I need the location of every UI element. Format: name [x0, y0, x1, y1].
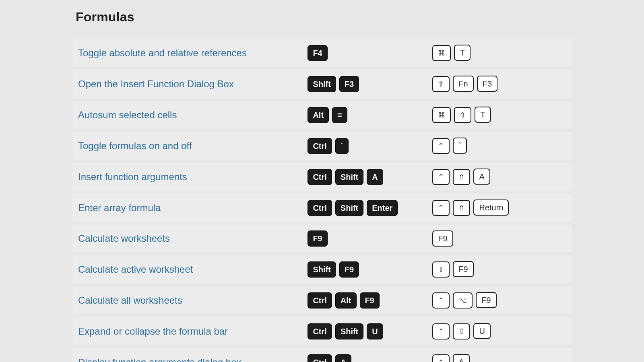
mac-shortcut-cell: ⌘T	[427, 39, 572, 67]
shortcut-link[interactable]: Autosum selected cells	[78, 109, 177, 120]
key-: ⇧	[432, 261, 450, 278]
key-ctrl: Ctrl	[308, 169, 332, 185]
key-: ⇧	[453, 169, 470, 185]
key-f3: F3	[339, 76, 359, 92]
shortcut-row: Enter array formulaCtrlShiftEnter⌃⇧Retur…	[72, 194, 572, 222]
shortcut-row: Calculate worksheetsF9F9	[72, 225, 572, 252]
key-: ⌃	[432, 169, 450, 185]
key-ctrl: Ctrl	[308, 292, 332, 309]
windows-shortcut-cell: ShiftF3	[302, 70, 427, 98]
windows-shortcut-cell: CtrlShiftEnter	[302, 194, 427, 222]
page: Formulas Toggle absolute and relative re…	[0, 0, 644, 362]
shortcut-row: Autosum selected cellsAlt=⌘⇧T	[72, 101, 572, 129]
shortcut-link[interactable]: Calculate all worksheets	[78, 295, 182, 306]
key-: ⌥	[453, 292, 473, 309]
key-ctrl: Ctrl	[308, 200, 332, 216]
key-a: A	[473, 169, 490, 185]
mac-shortcut-cell: ⌃⇧A	[427, 163, 572, 191]
windows-shortcut-cell: F4	[302, 39, 427, 67]
key-alt: Alt	[335, 292, 357, 309]
key-: ⌃	[432, 292, 450, 309]
windows-shortcut-cell: F9	[302, 225, 427, 252]
shortcut-link[interactable]: Expand or collapse the formula bar	[78, 326, 228, 337]
windows-shortcut-cell: Ctrl`	[302, 132, 427, 160]
key-alt: Alt	[308, 107, 329, 123]
key-a: A	[335, 354, 351, 362]
key-f9: F9	[432, 230, 453, 247]
key-u: U	[473, 323, 490, 339]
key-shift: Shift	[335, 169, 363, 185]
shortcut-table: Toggle absolute and relative referencesF…	[72, 36, 572, 362]
windows-shortcut-cell: Alt=	[302, 101, 427, 129]
shortcut-link[interactable]: Calculate worksheets	[78, 233, 170, 244]
key-a: A	[367, 169, 383, 185]
shortcut-description-cell: Calculate all worksheets	[72, 286, 302, 314]
key-: ⌃	[432, 323, 450, 339]
windows-shortcut-cell: ShiftF9	[302, 255, 427, 283]
key-: `	[335, 138, 349, 154]
section-title: Formulas	[76, 10, 572, 25]
key-: `	[453, 138, 467, 154]
key-shift: Shift	[308, 261, 336, 278]
mac-shortcut-cell: ⌃`	[427, 132, 572, 160]
shortcut-description-cell: Insert function arguments	[72, 163, 302, 191]
key-f9: F9	[453, 261, 473, 277]
mac-shortcut-cell: ⌃⇧U	[427, 317, 572, 345]
shortcut-description-cell: Calculate worksheets	[72, 225, 302, 252]
key-u: U	[367, 323, 383, 339]
shortcut-link[interactable]: Insert function arguments	[78, 171, 187, 182]
shortcut-row: Toggle absolute and relative referencesF…	[72, 39, 572, 67]
shortcut-row: Calculate active worksheetShiftF9⇧F9	[72, 255, 572, 283]
shortcut-link[interactable]: Calculate active worksheet	[78, 264, 193, 275]
shortcut-description-cell: Autosum selected cells	[72, 101, 302, 129]
mac-shortcut-cell: ⌃⇧Return	[427, 194, 572, 222]
key-f9: F9	[360, 292, 380, 309]
shortcut-description-cell: Open the Insert Function Dialog Box	[72, 70, 302, 98]
key-f4: F4	[308, 45, 327, 61]
key-: ⇧	[453, 323, 470, 339]
shortcut-row: Expand or collapse the formula barCtrlSh…	[72, 317, 572, 345]
shortcut-link[interactable]: Enter array formula	[78, 202, 161, 213]
key-t: T	[475, 107, 491, 123]
shortcut-row: Open the Insert Function Dialog BoxShift…	[72, 70, 572, 98]
key-return: Return	[473, 200, 509, 216]
key-shift: Shift	[335, 200, 363, 216]
key-fn: Fn	[453, 76, 473, 92]
mac-shortcut-cell: ⇧FnF3	[427, 70, 572, 98]
mac-shortcut-cell: ⇧F9	[427, 255, 572, 283]
key-: ⌘	[432, 45, 451, 61]
key-f9: F9	[308, 230, 327, 247]
windows-shortcut-cell: CtrlAltF9	[302, 286, 427, 314]
key-shift: Shift	[308, 76, 336, 92]
key-a: A	[453, 354, 469, 362]
shortcut-link[interactable]: Toggle formulas on and off	[78, 140, 192, 151]
shortcut-description-cell: Expand or collapse the formula bar	[72, 317, 302, 345]
shortcut-row: Insert function argumentsCtrlShiftA⌃⇧A	[72, 163, 572, 191]
windows-shortcut-cell: CtrlA	[302, 348, 427, 362]
mac-shortcut-cell: F9	[427, 225, 572, 252]
key-ctrl: Ctrl	[308, 138, 332, 154]
key-t: T	[454, 45, 470, 61]
shortcut-description-cell: Display function arguments dialog box	[72, 348, 302, 362]
key-: ⇧	[432, 76, 450, 92]
key-: ⌃	[432, 138, 450, 154]
shortcut-row: Toggle formulas on and offCtrl`⌃`	[72, 132, 572, 160]
shortcut-description-cell: Toggle formulas on and off	[72, 132, 302, 160]
key-f9: F9	[339, 261, 359, 278]
key-enter: Enter	[367, 200, 398, 216]
key-: ⇧	[454, 107, 471, 123]
shortcut-link[interactable]: Toggle absolute and relative references	[78, 47, 247, 58]
key-: ⌘	[432, 107, 451, 123]
shortcut-link[interactable]: Open the Insert Function Dialog Box	[78, 78, 234, 89]
mac-shortcut-cell: ⌃A	[427, 348, 572, 362]
shortcut-link[interactable]: Display function arguments dialog box	[78, 357, 242, 362]
key-ctrl: Ctrl	[308, 323, 332, 339]
key-: ⌃	[432, 354, 450, 362]
windows-shortcut-cell: CtrlShiftU	[302, 317, 427, 345]
key-f3: F3	[477, 76, 497, 92]
key-: =	[332, 107, 347, 123]
shortcut-row: Calculate all worksheetsCtrlAltF9⌃⌥F9	[72, 286, 572, 314]
mac-shortcut-cell: ⌘⇧T	[427, 101, 572, 129]
windows-shortcut-cell: CtrlShiftA	[302, 163, 427, 191]
key-shift: Shift	[335, 323, 363, 339]
